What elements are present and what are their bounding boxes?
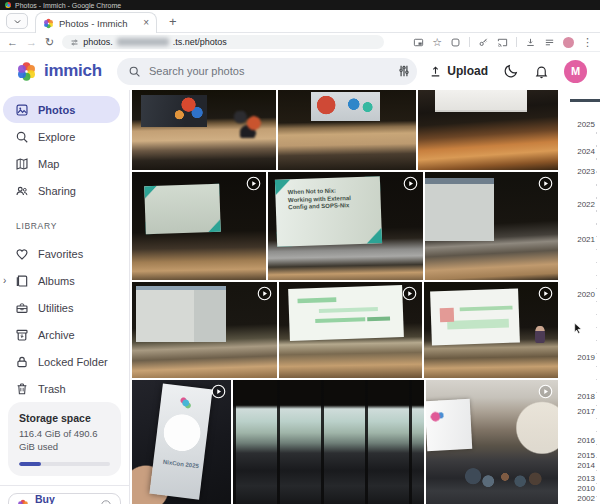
sidebar-item-locked-folder[interactable]: Locked Folder [0, 348, 129, 375]
chevron-right-icon[interactable]: › [3, 276, 6, 286]
timeline-scrubber[interactable]: 2025202420232022202120202019201820172016… [558, 90, 600, 504]
immich-logo[interactable]: immich [16, 61, 117, 82]
photo-grid-row: NixCon 2025 [132, 380, 558, 504]
tab-organizer-icon[interactable] [450, 37, 461, 48]
timeline-year-2010[interactable]: 2010 [574, 485, 595, 493]
sidebar-item-label: Map [38, 158, 59, 170]
cast-icon[interactable] [497, 37, 508, 48]
play-badge-icon [403, 176, 418, 191]
play-badge-icon [246, 176, 261, 191]
sidebar-item-label: Archive [38, 329, 75, 341]
sidebar-item-favorites[interactable]: Favorites [0, 240, 129, 267]
sidebar-item-map[interactable]: Map [0, 150, 129, 177]
sidebar-item-archive[interactable]: Archive [0, 321, 129, 348]
buy-immich-button[interactable]: Buy Immich [8, 493, 121, 504]
timeline-year-2014[interactable]: 2014 [574, 462, 595, 470]
timeline-year-2017[interactable]: 2017 [574, 408, 595, 416]
tab-search-button[interactable] [6, 13, 28, 29]
address-bar[interactable]: photos..ts.net/photos [62, 35, 384, 49]
photo-grid-row [132, 282, 558, 378]
dark-mode-moon-icon[interactable] [503, 63, 519, 79]
timeline-year-2018[interactable]: 2018 [574, 393, 595, 401]
upload-button[interactable]: Upload [429, 64, 488, 78]
url-suffix: .ts.net/photos [173, 37, 227, 47]
browser-profile-avatar[interactable] [563, 37, 574, 48]
timeline-year-2025[interactable]: 2025 [574, 121, 595, 129]
sidebar-item-label: Utilities [38, 302, 73, 314]
info-icon[interactable] [100, 499, 112, 504]
immich-header: immich Upload M [0, 52, 600, 90]
new-tab-button[interactable]: + [169, 15, 177, 28]
video-talk-teal-slide[interactable] [132, 172, 266, 280]
video-talk-grey-screen[interactable] [425, 172, 558, 280]
toolbox-icon [15, 301, 29, 315]
sidebar-item-explore[interactable]: Explore [0, 123, 129, 150]
timeline-year-2015[interactable]: 2015 [574, 452, 595, 460]
sidebar: PhotosExploreMapSharing LIBRARY Favorite… [0, 90, 130, 504]
site-info-icon[interactable] [70, 38, 79, 47]
photo-grid-row [132, 90, 558, 170]
timeline-year-2020[interactable]: 2020 [574, 291, 595, 299]
search-input[interactable] [149, 65, 389, 77]
forward-button[interactable]: → [26, 37, 37, 48]
notifications-bell-icon[interactable] [534, 64, 549, 79]
brand-name: immich [44, 61, 102, 81]
reading-list-icon[interactable] [544, 37, 555, 48]
sidebar-footer: Buy Immich [0, 485, 129, 504]
upload-icon [429, 65, 442, 78]
picture-in-picture-icon[interactable] [413, 37, 424, 48]
video-slide-green-diagram[interactable] [279, 282, 422, 378]
photo-lecture-hall-colorful-slide[interactable] [132, 90, 276, 170]
sidebar-item-label: Explore [38, 131, 75, 143]
video-slide-green-red-chart[interactable] [424, 282, 558, 378]
header-actions: Upload M [429, 60, 587, 83]
video-nixcon-badge-box[interactable]: NixCon 2025 [132, 380, 231, 504]
lock-icon [15, 355, 29, 369]
timeline-year-2021[interactable]: 2021 [574, 236, 595, 244]
tab-title: Photos - Immich [59, 18, 138, 29]
photo-lecture-hall-white-screen[interactable] [418, 90, 558, 170]
tab-photos-immich[interactable]: Photos - Immich × [35, 12, 157, 33]
window-title: Photos - Immich - Google Chrome [15, 2, 121, 9]
timeline-year-2024[interactable]: 2024 [574, 148, 595, 156]
photo-slide-text: NixCon 2025 [159, 458, 201, 471]
chrome-icon [5, 2, 11, 8]
video-hall-logo-slide[interactable] [426, 380, 558, 504]
tab-close-icon[interactable]: × [143, 18, 149, 28]
sidebar-item-label: Locked Folder [38, 356, 108, 368]
sidebar-item-trash[interactable]: Trash [0, 375, 129, 402]
sidebar-nav-main: PhotosExploreMapSharing [0, 96, 129, 204]
video-demo-window[interactable] [132, 282, 277, 378]
archive-icon [15, 328, 29, 342]
timeline-year-2023[interactable]: 2023 [574, 168, 595, 176]
sidebar-item-photos[interactable]: Photos [3, 96, 120, 123]
buy-immich-label: Buy Immich [35, 493, 94, 504]
timeline-year-2002[interactable]: 2002 [574, 495, 595, 503]
bookmark-star-icon[interactable]: ☆ [432, 37, 442, 48]
timeline-year-2013[interactable]: 2013 [574, 475, 595, 483]
timeline-year-2016[interactable]: 2016 [574, 437, 595, 445]
play-badge-icon [211, 384, 226, 399]
sidebar-item-label: Albums [38, 275, 75, 287]
storage-progress-fill [19, 462, 41, 466]
sidebar-item-sharing[interactable]: Sharing [0, 177, 129, 204]
timeline-year-2022[interactable]: 2022 [574, 201, 595, 209]
photo-grid: When Not to Nix: Working with External C… [132, 90, 558, 504]
macos-titlebar: Photos - Immich - Google Chrome [0, 0, 600, 10]
video-talk-sops-nix-slide[interactable]: When Not to Nix: Working with External C… [268, 172, 423, 280]
user-avatar[interactable]: M [564, 60, 587, 83]
photo-conference-room-lake-view[interactable] [233, 380, 424, 504]
search-bar[interactable] [117, 58, 417, 85]
passwords-key-icon[interactable] [478, 37, 489, 48]
sidebar-item-albums[interactable]: ›Albums [0, 267, 129, 294]
downloads-icon[interactable] [525, 37, 536, 48]
chrome-menu-icon[interactable]: ⋮ [582, 37, 593, 48]
photo-lecture-hall-red-blue-slide[interactable] [278, 90, 416, 170]
search-filters-icon[interactable] [397, 64, 411, 78]
reload-button[interactable]: ↻ [45, 37, 54, 48]
sidebar-item-utilities[interactable]: Utilities [0, 294, 129, 321]
url-prefix: photos. [83, 37, 113, 47]
url-redacted-blur [117, 38, 169, 46]
timeline-year-2019[interactable]: 2019 [574, 354, 595, 362]
back-button[interactable]: ← [7, 37, 18, 48]
